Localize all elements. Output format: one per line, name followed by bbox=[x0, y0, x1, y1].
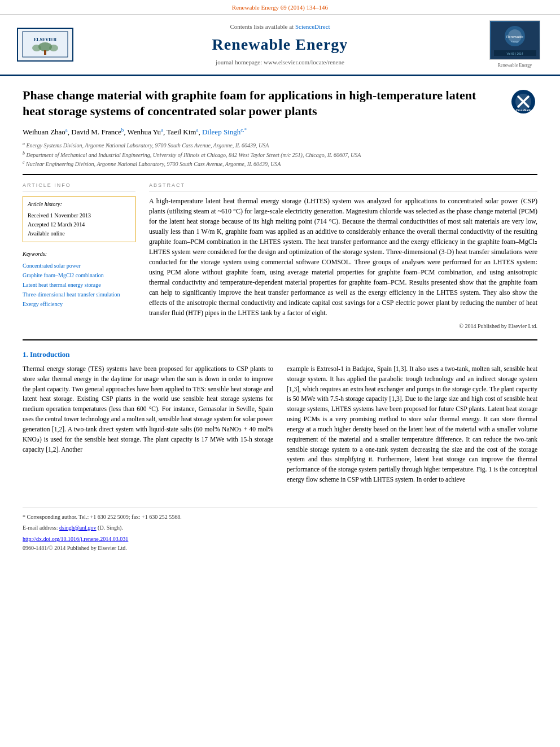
keyword-2: Graphite foam–MgCl2 combination bbox=[23, 270, 135, 280]
email-suffix: (D. Singh). bbox=[98, 525, 123, 531]
introduction-section: 1. Introduction Thermal energy storage (… bbox=[23, 350, 537, 491]
doi-anchor[interactable]: http://dx.doi.org/10.1016/j.renene.2014.… bbox=[23, 536, 128, 542]
received-date: Received 1 November 2013 bbox=[28, 211, 130, 220]
doi-link[interactable]: http://dx.doi.org/10.1016/j.renene.2014.… bbox=[23, 535, 537, 543]
email-label: E-mail address: bbox=[23, 525, 58, 531]
keyword-1: Concentrated solar power bbox=[23, 261, 135, 270]
article-footer: * Corresponding author. Tel.: +1 630 252… bbox=[23, 508, 537, 552]
cover-label: Renewable Energy bbox=[498, 62, 532, 68]
keyword-4: Three-dimensional heat transfer simulati… bbox=[23, 290, 135, 299]
intro-col-left: Thermal energy storage (TES) systems hav… bbox=[23, 364, 273, 491]
info-abstract-section: ARTICLE INFO Article history: Received 1… bbox=[23, 182, 537, 330]
keyword-5: Exergy efficiency bbox=[23, 299, 135, 309]
article-info-column: ARTICLE INFO Article history: Received 1… bbox=[23, 182, 135, 330]
affiliation-a: a Energy Systems Division, Argonne Natio… bbox=[23, 141, 537, 150]
article-history-box: Article history: Received 1 November 201… bbox=[23, 196, 135, 242]
keywords-section: Keywords: Concentrated solar power Graph… bbox=[23, 249, 135, 309]
accepted-date: Accepted 12 March 2014 bbox=[28, 220, 130, 229]
history-title: Article history: bbox=[28, 200, 130, 209]
article-authors: Weihuan Zhaoa, David M. Franceb, Wenhua … bbox=[23, 126, 537, 138]
journal-header: ELSEVIER Contents lists available at Sci… bbox=[0, 15, 560, 76]
copyright-line: © 2014 Published by Elsevier Ltd. bbox=[149, 322, 537, 330]
email-note: E-mail address: dsingh@anl.gov (D. Singh… bbox=[23, 523, 537, 532]
available-online: Available online bbox=[28, 229, 130, 238]
article-title: Phase change material with graphite foam… bbox=[23, 88, 498, 120]
article-info-header: ARTICLE INFO bbox=[23, 182, 135, 191]
journal-citation-bar: Renewable Energy 69 (2014) 134–146 bbox=[0, 0, 560, 15]
author-4: Taeil Kim bbox=[167, 128, 196, 136]
section-divider bbox=[23, 339, 537, 340]
author-1: Weihuan Zhao bbox=[23, 128, 65, 136]
svg-text:CrossMark: CrossMark bbox=[516, 108, 531, 112]
sciencedirect-link[interactable]: ScienceDirect bbox=[295, 23, 330, 30]
journal-cover-image: Renewable Energy Vol 69 | 2014 bbox=[489, 20, 540, 60]
svg-rect-5 bbox=[44, 50, 46, 55]
abstract-text: A high-temperature latent heat thermal e… bbox=[149, 196, 537, 318]
intro-text-left: Thermal energy storage (TES) systems hav… bbox=[23, 364, 273, 455]
intro-two-col: Thermal energy storage (TES) systems hav… bbox=[23, 364, 537, 491]
author-5[interactable]: Dileep Singh bbox=[202, 128, 240, 136]
issn-line: 0960-1481/© 2014 Published by Elsevier L… bbox=[23, 544, 537, 552]
affiliation-b: b Department of Mechanical and Industria… bbox=[23, 150, 537, 159]
crossmark-badge: CrossMark bbox=[511, 90, 535, 113]
abstract-column: ABSTRACT A high-temperature latent heat … bbox=[149, 182, 537, 330]
author-3: Wenhua Yu bbox=[128, 128, 161, 136]
svg-text:ELSEVIER: ELSEVIER bbox=[34, 37, 57, 42]
contents-available: Contents lists available at ScienceDirec… bbox=[230, 23, 330, 31]
abstract-header: ABSTRACT bbox=[149, 182, 537, 191]
journal-cover-area: Renewable Energy Vol 69 | 2014 Renewable… bbox=[481, 20, 549, 68]
svg-point-3 bbox=[32, 45, 41, 51]
corresponding-note: * Corresponding author. Tel.: +1 630 252… bbox=[23, 513, 537, 521]
article-title-section: Phase change material with graphite foam… bbox=[23, 88, 537, 120]
article-content: Phase change material with graphite foam… bbox=[0, 76, 560, 569]
journal-homepage: journal homepage: www.elsevier.com/locat… bbox=[216, 58, 344, 67]
journal-title-area: Contents lists available at ScienceDirec… bbox=[88, 20, 472, 68]
section-heading: Introduction bbox=[30, 350, 70, 359]
corresponding-note-text: * Corresponding author. Tel.: +1 630 252… bbox=[23, 514, 182, 520]
author-2: David M. France bbox=[71, 128, 121, 136]
keyword-3: Latent heat thermal energy storage bbox=[23, 280, 135, 290]
elsevier-logo: ELSEVIER bbox=[17, 28, 73, 62]
affiliation-c: c Nuclear Engineering Division, Argonne … bbox=[23, 159, 537, 168]
journal-title: Renewable Energy bbox=[212, 33, 348, 55]
keywords-title: Keywords: bbox=[23, 249, 135, 259]
intro-text-right: example is Extresol-1 in Badajoz, Spain … bbox=[287, 364, 537, 485]
email-link[interactable]: dsingh@anl.gov bbox=[59, 525, 97, 531]
intro-col-right: example is Extresol-1 in Badajoz, Spain … bbox=[287, 364, 537, 491]
affiliations: a Energy Systems Division, Argonne Natio… bbox=[23, 141, 537, 168]
elsevier-logo-area: ELSEVIER bbox=[11, 20, 79, 68]
svg-point-4 bbox=[49, 45, 58, 51]
svg-text:Renewable: Renewable bbox=[506, 35, 523, 38]
section-1-title: 1. Introduction bbox=[23, 350, 537, 360]
crossmark-logo: CrossMark bbox=[509, 88, 537, 116]
section-number: 1. bbox=[23, 350, 28, 359]
journal-citation: Renewable Energy 69 (2014) 134–146 bbox=[232, 4, 328, 11]
svg-text:Energy: Energy bbox=[510, 40, 519, 43]
main-divider bbox=[23, 174, 537, 175]
svg-text:Vol 69 | 2014: Vol 69 | 2014 bbox=[506, 52, 523, 55]
